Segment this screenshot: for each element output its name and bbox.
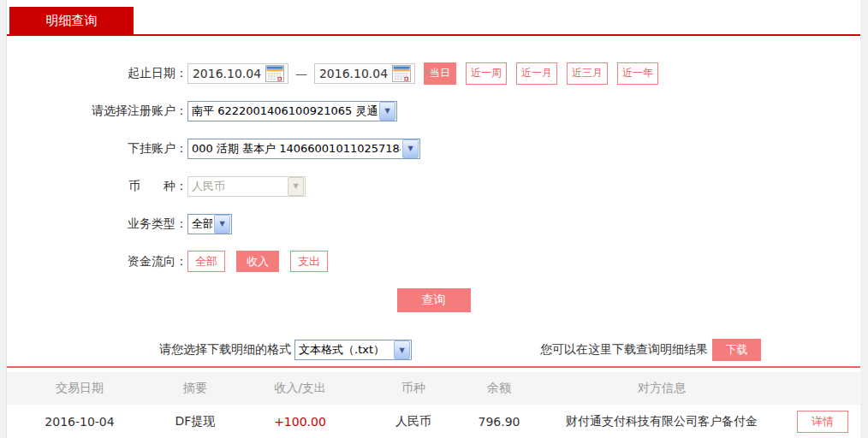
date-range-row: 起止日期： (7, 62, 860, 84)
currency-row: 币 种： 人民币 ▼ (7, 175, 860, 197)
cell-action: 详情 (790, 411, 860, 433)
query-form: 起止日期： (7, 36, 860, 312)
quick-range-today-button[interactable]: 当日 (424, 62, 456, 85)
table-header: 交易日期 摘要 收入/支出 币种 余额 对方信息 (7, 372, 860, 405)
currency-select: 人民币 ▼ (187, 176, 306, 197)
col-header-currency: 币种 (362, 381, 465, 396)
quick-range-month-button[interactable]: 近一月 (516, 62, 557, 85)
chevron-down-icon: ▼ (394, 340, 410, 359)
tab-bar: 明细查询 (7, 0, 860, 36)
cell-amount: +100.00 (238, 415, 362, 429)
sub-account-label: 下挂账户： (7, 141, 187, 157)
sub-account-row: 下挂账户： 000 活期 基本户 1406600101102571848 ▼ (7, 138, 860, 159)
table-separator (7, 366, 860, 368)
quick-range-week-button[interactable]: 近一周 (466, 62, 507, 85)
fund-flow-label: 资金流向： (7, 254, 187, 269)
table-row: 2016-10-04 DF提现 +100.00 人民币 796.90 财付通支付… (7, 405, 860, 438)
cell-counterparty: 财付通支付科技有限公司客户备付金 (533, 414, 790, 429)
quick-range-quarter-button[interactable]: 近三月 (567, 62, 608, 85)
business-type-label: 业务类型： (7, 216, 187, 232)
col-header-counterparty: 对方信息 (533, 381, 790, 396)
chevron-down-icon: ▼ (379, 102, 395, 121)
cell-balance: 796.90 (465, 415, 533, 429)
currency-value: 人民币 (192, 179, 225, 194)
start-date-input[interactable] (188, 65, 265, 82)
cell-date: 2016-10-04 (7, 415, 152, 429)
business-type-value: 全部 (192, 216, 212, 232)
query-button[interactable]: 查询 (397, 288, 471, 312)
sub-account-select[interactable]: 000 活期 基本户 1406600101102571848 ▼ (187, 139, 420, 159)
cell-summary: DF提现 (152, 414, 238, 429)
col-header-summary: 摘要 (152, 381, 238, 396)
registered-account-label: 请选择注册账户： (7, 104, 187, 119)
download-format-label: 请您选择下载明细的格式 (159, 342, 291, 358)
registered-account-value: 南平 6222001406100921065 灵通卡 (192, 104, 378, 119)
col-header-date: 交易日期 (7, 381, 152, 396)
registered-account-select[interactable]: 南平 6222001406100921065 灵通卡 ▼ (187, 101, 397, 121)
sub-account-value: 000 活期 基本户 1406600101102571848 (192, 141, 401, 157)
registered-account-row: 请选择注册账户： 南平 6222001406100921065 灵通卡 ▼ (7, 100, 860, 121)
date-range-separator: — (295, 67, 307, 80)
quick-range-year-button[interactable]: 近一年 (617, 62, 658, 85)
date-range-label: 起止日期： (7, 66, 187, 81)
chevron-down-icon: ▼ (402, 139, 419, 158)
calendar-icon[interactable] (265, 65, 284, 82)
chevron-down-icon: ▼ (288, 177, 304, 196)
tab-detail-query[interactable]: 明细查询 (9, 7, 134, 34)
end-date-input[interactable] (315, 65, 392, 82)
download-button[interactable]: 下载 (712, 339, 761, 361)
fund-flow-all-button[interactable]: 全部 (187, 251, 225, 272)
col-header-balance: 余额 (465, 381, 533, 396)
fund-flow-income-button[interactable]: 收入 (236, 251, 279, 272)
cell-currency: 人民币 (362, 414, 465, 429)
end-date-field (314, 63, 415, 84)
currency-label: 币 种： (7, 179, 187, 194)
business-type-row: 业务类型： 全部 ▼ (7, 213, 860, 234)
start-date-field (187, 63, 288, 84)
chevron-down-icon: ▼ (214, 215, 230, 234)
business-type-select[interactable]: 全部 ▼ (187, 214, 232, 234)
download-row: 请您选择下载明细的格式 文本格式（.txt） ▼ 您可以在这里下载查询明细结果 … (159, 339, 860, 361)
download-format-value: 文本格式（.txt） (299, 342, 384, 358)
download-format-select[interactable]: 文本格式（.txt） ▼ (294, 340, 412, 360)
detail-button[interactable]: 详情 (797, 411, 848, 433)
fund-flow-expense-button[interactable]: 支出 (290, 251, 328, 272)
content-panel: 明细查询 起止日期： (6, 0, 860, 438)
download-hint: 您可以在这里下载查询明细结果 (540, 342, 708, 358)
fund-flow-row: 资金流向： 全部 收入 支出 (7, 251, 860, 272)
calendar-icon[interactable] (392, 65, 411, 82)
col-header-amount: 收入/支出 (238, 381, 362, 396)
